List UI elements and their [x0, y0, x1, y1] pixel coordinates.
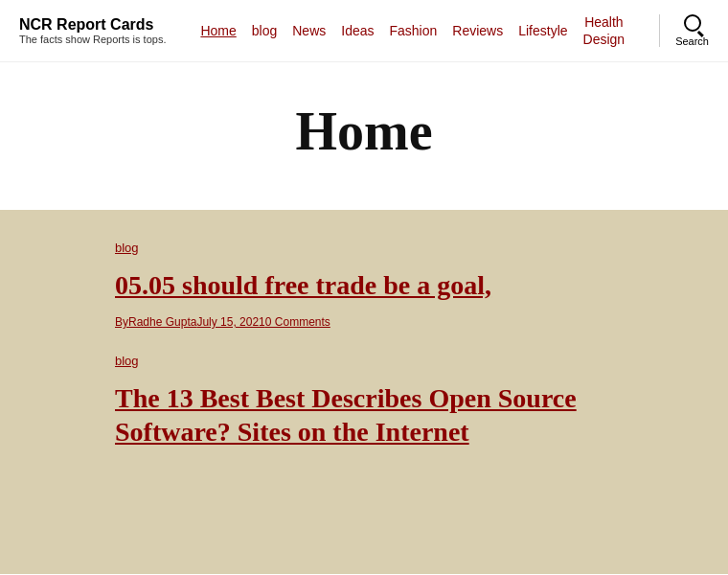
post1-meta: ByRadhe GuptaJuly 15, 20210 Comments: [115, 315, 613, 329]
search-button[interactable]: Search: [675, 14, 709, 47]
brand: NCR Report Cards The facts show Reports …: [19, 16, 166, 45]
nav-item-blog[interactable]: blog: [252, 23, 277, 38]
brand-title: NCR Report Cards: [19, 16, 166, 34]
nav-item-design[interactable]: Design: [583, 31, 626, 48]
nav-item-reviews[interactable]: Reviews: [452, 23, 503, 38]
post2-category[interactable]: blog: [115, 354, 139, 368]
post1-by: By: [115, 315, 128, 329]
nav-item-home[interactable]: Home: [200, 23, 236, 38]
search-label: Search: [675, 35, 709, 47]
post-item-2: blog The 13 Best Best Describes Open Sou…: [115, 352, 613, 448]
content-inner: blog 05.05 should free trade be a goal, …: [96, 239, 632, 448]
nav-item-ideas[interactable]: Ideas: [341, 23, 374, 38]
post1-category[interactable]: blog: [115, 241, 139, 255]
main-nav: Home blog News Ideas Fashion Reviews Lif…: [200, 13, 625, 48]
post-item-1: blog 05.05 should free trade be a goal, …: [115, 239, 613, 329]
search-icon: [684, 14, 701, 32]
nav-item-lifestyle[interactable]: Lifestyle: [518, 23, 567, 38]
hero-section: Home: [0, 62, 728, 210]
brand-tagline: The facts show Reports is tops.: [19, 34, 166, 45]
site-header: NCR Report Cards The facts show Reports …: [0, 0, 728, 62]
post1-title[interactable]: 05.05 should free trade be a goal,: [115, 268, 613, 302]
nav-item-health-design[interactable]: Health Design: [583, 13, 626, 48]
post2-title[interactable]: The 13 Best Best Describes Open Source S…: [115, 381, 613, 448]
page-title: Home: [19, 101, 709, 162]
nav-item-fashion[interactable]: Fashion: [390, 23, 438, 38]
post1-author[interactable]: Radhe Gupta: [128, 315, 196, 329]
post1-comments[interactable]: 0 Comments: [265, 315, 330, 329]
content-area: blog 05.05 should free trade be a goal, …: [0, 210, 728, 574]
nav-item-health[interactable]: Health: [584, 13, 623, 31]
post1-date[interactable]: July 15, 2021: [196, 315, 264, 329]
nav-item-news[interactable]: News: [292, 23, 326, 38]
header-search[interactable]: Search: [659, 14, 709, 47]
